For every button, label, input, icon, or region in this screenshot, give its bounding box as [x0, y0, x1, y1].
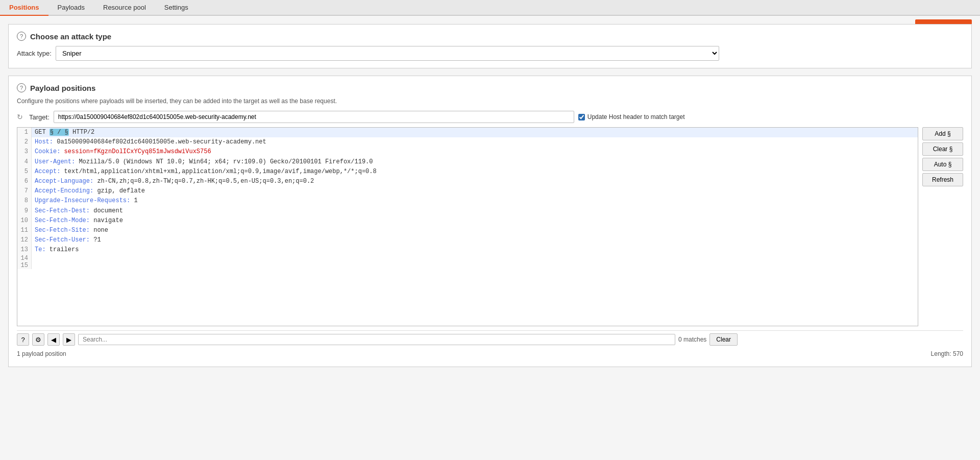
code-text: Accept: [35, 168, 64, 175]
table-row: 3Cookie: session=fKgznDolICxYCyq851mJwsd… [17, 147, 918, 157]
code-text: Sec-Fetch-Mode: [35, 217, 93, 224]
target-label: Target: [29, 113, 50, 121]
tab-positions[interactable]: Positions [0, 0, 48, 16]
next-match-button[interactable]: ▶ [63, 333, 75, 346]
update-host-checkbox[interactable] [578, 114, 585, 120]
table-row: 11Sec-Fetch-Site: none [17, 226, 918, 235]
attack-type-section: ? Choose an attack type Attack type: Sni… [8, 24, 972, 68]
line-number: 3 [17, 147, 32, 157]
line-content: Te: trailers [32, 245, 918, 255]
table-row: 14 [17, 255, 918, 262]
code-text: session=fKgznDolICxYCyq851mJwsdwiVuxS756 [64, 148, 211, 155]
settings-icon[interactable]: ⚙ [32, 333, 44, 346]
line-content: Cookie: session=fKgznDolICxYCyq851mJwsdw… [32, 147, 918, 157]
line-number: 10 [17, 216, 32, 226]
code-text: document [93, 207, 123, 214]
line-number: 8 [17, 196, 32, 206]
code-text: none [93, 227, 108, 234]
line-content: Host: 0a150009040684ef802d1c640015005e.w… [32, 137, 918, 147]
search-input[interactable] [78, 334, 675, 345]
attack-type-title: Choose an attack type [30, 32, 111, 41]
attack-type-select[interactable]: Sniper Battering ram Pitchfork Cluster b… [56, 46, 719, 61]
table-row: 2Host: 0a150009040684ef802d1c640015005e.… [17, 137, 918, 147]
prev-match-button[interactable]: ◀ [47, 333, 60, 346]
payload-positions-description: Configure the positions where payloads w… [17, 98, 963, 105]
code-text: trailers [50, 246, 79, 253]
line-content: Upgrade-Insecure-Requests: 1 [32, 196, 918, 206]
code-text: Host: [35, 138, 57, 146]
payload-positions-title: Payload positions [30, 84, 95, 92]
code-editor[interactable]: 1GET § / § HTTP/22Host: 0a150009040684ef… [17, 127, 918, 326]
target-refresh-icon[interactable]: ↻ [17, 113, 25, 121]
code-text: User-Agent: [35, 158, 79, 165]
table-row: 9Sec-Fetch-Dest: document [17, 206, 918, 216]
tab-resource-pool[interactable]: Resource pool [94, 0, 155, 16]
line-number: 12 [17, 235, 32, 245]
clear-search-button[interactable]: Clear [709, 333, 738, 346]
tabs-bar: Positions Payloads Resource pool Setting… [0, 0, 980, 16]
code-text: navigate [93, 217, 123, 224]
line-content [32, 262, 918, 269]
code-text: HTTP/2 [69, 129, 94, 136]
line-number: 2 [17, 137, 32, 147]
code-text: Upgrade-Insecure-Requests: [35, 197, 134, 204]
line-content [32, 255, 918, 262]
line-content: Sec-Fetch-Site: none [32, 226, 918, 235]
payload-positions-section: ? Payload positions Configure the positi… [8, 76, 972, 367]
table-row: 5Accept: text/html,application/xhtml+xml… [17, 167, 918, 177]
line-content: Sec-Fetch-User: ?1 [32, 235, 918, 245]
length-status: Length: 570 [931, 350, 963, 357]
table-row: 12Sec-Fetch-User: ?1 [17, 235, 918, 245]
line-content: Accept-Encoding: gzip, deflate [32, 186, 918, 196]
line-number: 7 [17, 186, 32, 196]
line-content: Accept-Language: zh-CN,zh;q=0.8,zh-TW;q=… [32, 177, 918, 186]
refresh-button[interactable]: Refresh [922, 173, 963, 186]
tab-payloads[interactable]: Payloads [48, 0, 94, 16]
attack-type-row: Attack type: Sniper Battering ram Pitchf… [17, 46, 963, 61]
table-row: 4User-Agent: Mozilla/5.0 (Windows NT 10.… [17, 157, 918, 167]
payload-positions-help-icon[interactable]: ? [17, 83, 26, 92]
code-text: Sec-Fetch-User: [35, 236, 93, 244]
target-row: ↻ Target: Update Host header to match ta… [17, 111, 963, 123]
line-number: 14 [17, 255, 32, 262]
code-text: Cookie: [35, 148, 64, 155]
main-content: ? Choose an attack type Attack type: Sni… [0, 16, 980, 460]
code-text: Accept-Encoding: [35, 187, 97, 195]
line-number: 13 [17, 245, 32, 255]
code-text: Sec-Fetch-Dest: [35, 207, 93, 214]
line-content: Accept: text/html,application/xhtml+xml,… [32, 167, 918, 177]
target-input[interactable] [54, 111, 574, 123]
code-text: Te: [35, 246, 50, 253]
code-text: 1 [134, 197, 137, 204]
table-row: 6Accept-Language: zh-CN,zh;q=0.8,zh-TW;q… [17, 177, 918, 186]
table-row: 7Accept-Encoding: gzip, deflate [17, 186, 918, 196]
line-number: 6 [17, 177, 32, 186]
code-text: Sec-Fetch-Site: [35, 227, 93, 234]
editor-container: 1GET § / § HTTP/22Host: 0a150009040684ef… [17, 127, 963, 326]
table-row: 13Te: trailers [17, 245, 918, 255]
line-number: 15 [17, 262, 32, 269]
payload-positions-header: ? Payload positions [17, 83, 963, 92]
line-content: GET § / § HTTP/2 [32, 128, 918, 137]
status-bar: 1 payload position Length: 570 [17, 348, 963, 359]
line-content: Sec-Fetch-Dest: document [32, 206, 918, 216]
attack-type-header: ? Choose an attack type [17, 32, 963, 41]
line-number: 4 [17, 157, 32, 167]
code-text: Accept-Language: [35, 178, 97, 185]
table-row: 1GET § / § HTTP/2 [17, 128, 918, 137]
help-small-icon[interactable]: ? [17, 333, 29, 346]
tab-settings[interactable]: Settings [155, 0, 198, 16]
bottom-bar: ? ⚙ ◀ ▶ 0 matches Clear [17, 330, 963, 348]
add-section-button[interactable]: Add § [922, 127, 963, 140]
update-host-label: Update Host header to match target [578, 113, 685, 120]
line-number: 11 [17, 226, 32, 235]
side-buttons: Add § Clear § Auto § Refresh [922, 127, 963, 326]
code-text: ?1 [93, 236, 101, 244]
code-text: text/html,application/xhtml+xml,applicat… [64, 168, 377, 175]
line-number: 5 [17, 167, 32, 177]
auto-section-button[interactable]: Auto § [922, 158, 963, 171]
table-row: 10Sec-Fetch-Mode: navigate [17, 216, 918, 226]
code-text: zh-CN,zh;q=0.8,zh-TW;q=0.7,zh-HK;q=0.5,e… [97, 178, 314, 185]
attack-type-help-icon[interactable]: ? [17, 32, 26, 41]
clear-section-button[interactable]: Clear § [922, 142, 963, 156]
